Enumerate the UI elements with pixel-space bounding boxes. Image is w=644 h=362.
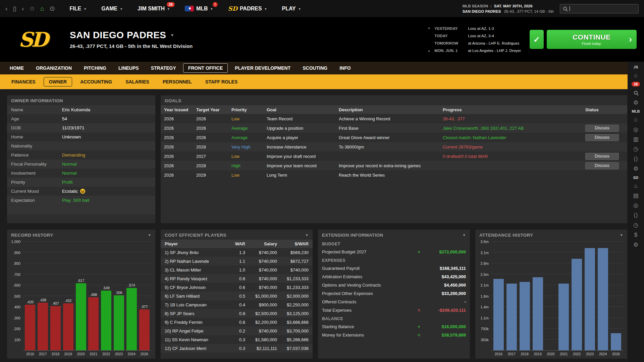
device-icon[interactable]: ▯: [13, 5, 16, 12]
schedule-row[interactable]: YESTERDAYLoss at AZ, 1-3: [434, 25, 521, 32]
goal-target-year: 2028: [196, 144, 231, 149]
sd-label[interactable]: SD: [633, 176, 638, 180]
schedule-game-info: at Arizona - LHP E. Rodriguez: [468, 41, 519, 45]
bar-value-label: .574: [128, 283, 135, 287]
sub-nav-item-salaries[interactable]: SALARIES: [120, 77, 155, 86]
player-row[interactable]: 11) SS Kevin Newman0.3$1,580,000$5,266,6…: [161, 335, 313, 344]
y-axis-label: 2.1m: [481, 284, 489, 287]
main-nav-item-organization[interactable]: ORGANIZATION: [31, 63, 77, 73]
sub-nav-item-accounting[interactable]: ACCOUNTING: [75, 77, 117, 86]
main-nav-item-strategy[interactable]: STRATEGY: [146, 63, 181, 73]
offered-contracts-value: -: [422, 299, 466, 304]
main-nav-item-home[interactable]: HOME: [5, 63, 29, 73]
code-icon[interactable]: ⟨⟩: [634, 212, 638, 219]
home-icon[interactable]: ⌂: [634, 116, 637, 123]
player-row[interactable]: 3) CL Mason Miller1.0$740,000$740,000: [161, 265, 313, 274]
search-input[interactable]: [560, 4, 639, 13]
search-icon[interactable]: [634, 89, 638, 96]
panel-collapse-icon[interactable]: ▼: [305, 233, 309, 237]
player-row[interactable]: 9) C Freddy Fermin0.6$2,200,000$3,666,66…: [161, 318, 313, 326]
discuss-button[interactable]: Discuss: [585, 125, 619, 132]
player-row[interactable]: 8) SP JP Sears0.8$2,500,000$3,125,000: [161, 309, 313, 318]
team-logo: SD: [7, 28, 58, 51]
player-row[interactable]: 2) RP Nathan Lavende1.1$740,000$672,727: [161, 257, 313, 265]
player-row[interactable]: 1) SP Jhony Brito1.3$740,000$569,230: [161, 248, 313, 257]
sub-nav-item-finances[interactable]: FINANCES: [6, 77, 41, 86]
star-icon[interactable]: ☆: [29, 5, 35, 12]
chevron-down-icon[interactable]: ▼: [427, 50, 430, 53]
mlb-label[interactable]: MLB: [632, 109, 640, 113]
back-icon[interactable]: ‹: [5, 5, 7, 12]
sub-nav-item-owner[interactable]: OWNER: [44, 77, 72, 86]
main-nav-item-lineups[interactable]: LINEUPS: [113, 63, 144, 73]
clock-icon[interactable]: ◷: [633, 222, 638, 229]
schedule-day-label: TOMORROW: [434, 41, 468, 45]
extension-information-panel: EXTENSION INFORMATION ▼ BUDGETProjected …: [318, 230, 470, 359]
y-axis-label: 1.1m: [481, 316, 489, 320]
dollar-icon[interactable]: $: [634, 232, 637, 238]
gear-icon[interactable]: ⚙: [633, 100, 638, 106]
stack-icon[interactable]: ▤: [633, 192, 638, 199]
extension-information-title: EXTENSION INFORMATION: [322, 233, 383, 238]
schedule-row[interactable]: MON. JUN. 1at Los Angeles - LHP J. Dreye…: [434, 47, 521, 54]
chart-icon[interactable]: ▥: [633, 136, 638, 143]
home-icon[interactable]: ⌂: [634, 183, 637, 189]
target-icon[interactable]: ◎: [633, 202, 638, 209]
menu-game[interactable]: GAME ▼: [101, 6, 123, 12]
code-icon[interactable]: ⟨⟩: [634, 156, 638, 163]
menu-team[interactable]: SD PADRES ▼: [228, 5, 267, 12]
team-dropdown-icon[interactable]: ▼: [170, 33, 174, 38]
hint-icon[interactable]: ⊙: [50, 5, 55, 12]
player-row[interactable]: 12) CF Jackson Merri0.3$2,111,111$7,037,…: [161, 344, 313, 353]
forward-icon[interactable]: ›: [22, 5, 24, 12]
chevron-up-icon[interactable]: ▲: [427, 26, 430, 29]
main-nav-item-player-development[interactable]: PLAYER DEVELOPMENT: [230, 63, 296, 73]
schedule-row[interactable]: TODAYLoss at AZ, 3-4: [434, 32, 521, 40]
goal-target-year: 2026: [196, 116, 231, 121]
bar-2020: [76, 283, 86, 350]
owner-info-row: Age54: [7, 114, 155, 123]
bar-2022: [572, 259, 582, 350]
goal-priority: Very High: [231, 144, 267, 149]
manager-notification-badge[interactable]: 28: [167, 2, 175, 7]
main-nav-item-scouting[interactable]: SCOUTING: [298, 63, 332, 73]
home-icon[interactable]: ⌂: [40, 5, 44, 12]
clock-icon[interactable]: ◷: [633, 146, 638, 153]
mlb-alert-badge[interactable]: !: [213, 2, 218, 7]
menu-play[interactable]: PLAY ▼: [282, 6, 301, 12]
continue-button[interactable]: CONTINUE Finish today. ›: [547, 30, 637, 49]
player-row[interactable]: 6) LF Sam Hilliard0.5$1,000,000$2,000,00…: [161, 292, 313, 300]
player-row[interactable]: 5) CF Bryce Johnson0.6$740,000$1,233,333: [161, 283, 313, 292]
panel-collapse-icon[interactable]: ▼: [620, 233, 623, 237]
priority-value: Profit: [62, 180, 73, 185]
player-row[interactable]: 4) RP Randy Vasquez0.6$740,000$1,233,333: [161, 274, 313, 283]
sub-nav-item-personnel[interactable]: PERSONNEL: [157, 77, 197, 86]
gear-icon[interactable]: ⚙: [633, 242, 638, 248]
menu-manager[interactable]: JIM SMITH ▼ 28: [138, 6, 170, 12]
player-name: 9) C Freddy Fermin: [165, 320, 229, 325]
main-nav-item-info[interactable]: INFO: [334, 63, 356, 73]
pin-icon[interactable]: ◎: [633, 126, 638, 133]
goal-row: 20262027LowImprove your draft record0 dr…: [161, 152, 627, 161]
main-nav-item-pitching[interactable]: PITCHING: [79, 63, 111, 73]
player-name: 3) CL Mason Miller: [165, 267, 229, 273]
confirm-check-button[interactable]: ✓: [530, 30, 544, 49]
panel-collapse-icon[interactable]: ▼: [148, 233, 151, 237]
gear-icon[interactable]: ⚙: [633, 166, 638, 172]
record-history-chart: .100.200.300.400.500.600.700.800.9001.00…: [7, 240, 155, 359]
user-initials-label[interactable]: JS: [634, 65, 638, 69]
menu-mlb[interactable]: MLB ▼ !: [185, 6, 213, 12]
player-row[interactable]: 10) RP Angel Felipe0.2$740,000$3,700,000: [161, 326, 313, 335]
home-icon[interactable]: ⌂: [634, 72, 637, 79]
menu-mlb-label: MLB: [196, 6, 208, 12]
discuss-button[interactable]: Discuss: [585, 153, 619, 160]
main-nav-item-front-office[interactable]: FRONT OFFICE: [183, 63, 228, 73]
notification-badge[interactable]: 28: [632, 82, 640, 86]
player-row[interactable]: 7) 1B Luis Campusan0.4$900,000$2,250,000: [161, 300, 313, 309]
discuss-button[interactable]: Discuss: [585, 162, 619, 169]
menu-file[interactable]: FILE ▼: [70, 6, 87, 12]
discuss-button[interactable]: Discuss: [585, 134, 619, 141]
schedule-row[interactable]: TOMORROWat Arizona - LHP E. Rodriguez: [434, 40, 521, 47]
sub-nav-item-staff-roles[interactable]: STAFF ROLES: [200, 77, 243, 86]
panel-collapse-icon[interactable]: ▼: [463, 233, 466, 237]
